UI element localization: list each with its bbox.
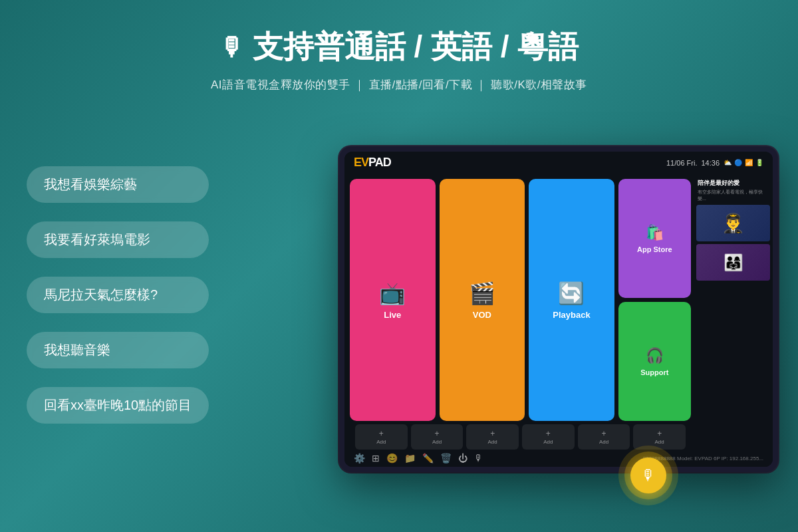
bottom-icons: ⚙️ ⊞ 😊 📁 ✏️ 🗑️ ⏻ 🎙	[354, 453, 483, 464]
plus-icon-1: +	[379, 429, 384, 438]
side-thumb-inner-1: 👨‍✈️	[696, 205, 770, 241]
bluetooth-icon: 🔵	[734, 159, 742, 166]
plus-icon-3: +	[490, 429, 495, 438]
live-icon: 📺	[379, 281, 406, 306]
edit-icon[interactable]: ✏️	[422, 453, 434, 464]
vod-icon: 🎬	[469, 281, 495, 306]
mic-bottom-icon[interactable]: 🎙	[474, 453, 483, 464]
tv-logo: EVPAD	[354, 156, 391, 170]
thumb-family-icon: 👨‍👩‍👧	[724, 253, 743, 272]
face-icon[interactable]: 😊	[386, 453, 398, 464]
wifi-icon: 📶	[745, 159, 753, 166]
title-text: 支持普通話 / 英語 / 粵語	[253, 27, 579, 68]
side-panel-title: 陪伴是最好的愛	[696, 176, 770, 189]
time-text: 14:36	[701, 159, 720, 167]
page-header: 🎙 支持普通話 / 英語 / 粵語 AI語音電視盒釋放你的雙手 ｜ 直播/點播/…	[0, 0, 798, 106]
page-title: 🎙 支持普通話 / 英語 / 粵語	[0, 27, 798, 68]
weather-icon: ⛅	[724, 159, 732, 166]
tv-content-area: 📺 Live 🎬 VOD 🔄 Playback	[344, 174, 773, 450]
settings-icon[interactable]: ⚙️	[354, 453, 365, 464]
trash-icon[interactable]: 🗑️	[440, 453, 452, 464]
side-thumbnail-2: 👨‍👩‍👧	[696, 244, 770, 281]
power-btn-icon[interactable]: ⏻	[458, 453, 467, 464]
logo-pad: PAD	[368, 156, 391, 169]
plus-icon-6: +	[657, 429, 662, 438]
tv-status: 11/06 Fri. 14:36 ⛅ 🔵 📶 🔋	[666, 159, 763, 167]
tv-side-panel: 陪伴是最好的愛 有空多陪家人看看電視，極享快樂... 👨‍✈️ 👨‍👩‍👧	[696, 174, 773, 450]
side-panel-subtitle: 有空多陪家人看看電視，極享快樂...	[696, 189, 770, 205]
live-label: Live	[384, 310, 401, 320]
tv-bezel: EVPAD 11/06 Fri. 14:36 ⛅ 🔵 📶 🔋	[339, 146, 778, 472]
add-btn-3[interactable]: + Add	[466, 424, 519, 450]
add-btn-4[interactable]: + Add	[522, 424, 575, 450]
support-label: Support	[640, 368, 668, 376]
grid-icon[interactable]: ⊞	[372, 453, 380, 464]
add-btn-1[interactable]: + Add	[355, 424, 408, 450]
mic-button[interactable]: 🎙	[630, 458, 666, 493]
chat-bubble-2: 我要看好萊塢電影	[27, 221, 209, 258]
tv-main: 📺 Live 🎬 VOD 🔄 Playback	[344, 174, 696, 450]
logo-ev: EV	[354, 156, 368, 169]
chat-bubble-1: 我想看娛樂綜藝	[27, 166, 209, 203]
status-icons: ⛅ 🔵 📶 🔋	[724, 159, 763, 166]
tv-screen: EVPAD 11/06 Fri. 14:36 ⛅ 🔵 📶 🔋	[344, 152, 773, 467]
power-icon: 🔋	[755, 159, 763, 166]
tv-bottombar: ⚙️ ⊞ 😊 📁 ✏️ 🗑️ ⏻ 🎙 88888888888 Model: EV…	[344, 450, 773, 467]
live-tile[interactable]: 📺 Live	[350, 179, 436, 421]
chat-bubble-4: 我想聽音樂	[27, 332, 209, 368]
support-icon: 🎧	[646, 347, 664, 364]
mic-overlay: 🎙	[618, 446, 678, 505]
support-tile[interactable]: 🎧 Support	[618, 302, 691, 421]
app-store-icon: 🛍️	[646, 224, 664, 241]
mic-ripple-mid: 🎙	[624, 452, 672, 499]
vod-tile[interactable]: 🎬 VOD	[440, 179, 525, 421]
side-thumbnail-1: 👨‍✈️	[696, 205, 770, 241]
playback-icon: 🔄	[558, 281, 585, 306]
playback-tile[interactable]: 🔄 Playback	[529, 179, 614, 421]
side-thumb-inner-2: 👨‍👩‍👧	[696, 244, 770, 281]
app-store-tile[interactable]: 🛍️ App Store	[618, 179, 691, 298]
folder-icon[interactable]: 📁	[404, 453, 416, 464]
app-grid: 📺 Live 🎬 VOD 🔄 Playback	[350, 179, 691, 421]
app-store-label: App Store	[637, 245, 672, 253]
mic-ripple-outer: 🎙	[618, 446, 678, 505]
vod-label: VOD	[473, 310, 491, 320]
tv-container: EVPAD 11/06 Fri. 14:36 ⛅ 🔵 📶 🔋	[339, 146, 778, 472]
date-text: 11/06 Fri.	[666, 159, 697, 167]
chat-bubbles-container: 我想看娛樂綜藝 我要看好萊塢電影 馬尼拉天氣怎麼樣? 我想聽音樂 回看xx臺昨晚…	[27, 166, 209, 424]
chat-bubble-3: 馬尼拉天氣怎麼樣?	[27, 277, 209, 313]
plus-icon-4: +	[546, 429, 551, 438]
thumb-person-icon: 👨‍✈️	[722, 212, 745, 234]
tv-topbar: EVPAD 11/06 Fri. 14:36 ⛅ 🔵 📶 🔋	[344, 152, 773, 174]
subtitle-text: AI語音電視盒釋放你的雙手 ｜ 直播/點播/回看/下載 ｜ 聽歌/K歌/相聲故事	[0, 77, 798, 92]
plus-icon-5: +	[601, 429, 606, 438]
mic-icon: 🎙	[219, 33, 245, 62]
playback-label: Playback	[553, 310, 590, 320]
chat-bubble-5: 回看xx臺昨晚10點的節目	[27, 387, 209, 424]
plus-icon-2: +	[434, 429, 439, 438]
add-btn-2[interactable]: + Add	[411, 424, 464, 450]
